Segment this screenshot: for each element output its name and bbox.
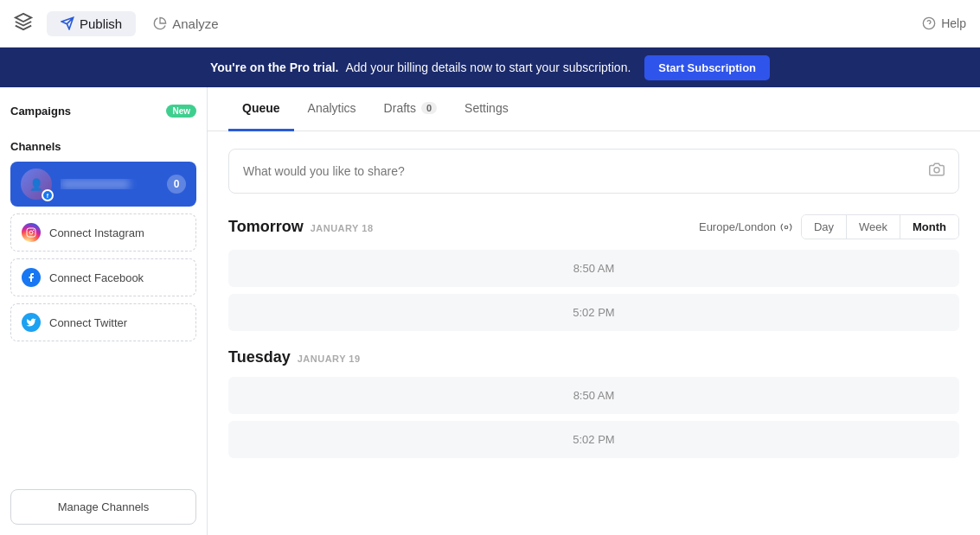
tab-drafts[interactable]: Drafts 0 (370, 87, 451, 131)
start-subscription-button[interactable]: Start Subscription (644, 55, 770, 80)
view-month-button[interactable]: Month (900, 215, 958, 239)
svg-point-3 (29, 231, 33, 234)
schedule-container: Tomorrow JANUARY 18 Europe/London Day We… (228, 214, 959, 458)
tab-drafts-label: Drafts (384, 101, 416, 115)
channel-avatar: 👤 f (21, 169, 52, 200)
connect-facebook-label: Connect Facebook (49, 271, 144, 284)
tab-queue[interactable]: Queue (228, 87, 294, 131)
slot-time: 5:02 PM (573, 306, 614, 319)
channels-section: Channels (10, 140, 196, 153)
campaigns-label: Campaigns (10, 105, 71, 118)
campaigns-section: Campaigns New (10, 105, 196, 118)
channel-name (61, 179, 158, 189)
connect-twitter-label: Connect Twitter (49, 316, 127, 329)
tab-settings[interactable]: Settings (451, 87, 522, 131)
main-layout: Campaigns New Channels 👤 f 0 (0, 87, 980, 535)
queue-content: Tomorrow JANUARY 18 Europe/London Day We… (208, 131, 980, 535)
time-slot: 8:50 AM (228, 377, 959, 414)
channel-name-blurred (61, 179, 130, 189)
publish-nav-item[interactable]: Publish (47, 11, 136, 36)
publish-nav-label: Publish (80, 16, 122, 31)
day-controls: Europe/London Day Week Month (699, 214, 959, 239)
slot-time: 8:50 AM (573, 389, 615, 402)
campaigns-new-badge: New (166, 105, 196, 118)
day-date: JANUARY 18 (311, 223, 374, 233)
svg-point-5 (934, 168, 939, 173)
day-name: Tuesday (228, 348, 291, 366)
tab-queue-label: Queue (242, 101, 280, 115)
twitter-icon (22, 313, 41, 332)
day-title: Tomorrow JANUARY 18 (228, 218, 374, 236)
banner-text: You're on the Pro trial. Add your billin… (210, 61, 631, 74)
sidebar: Campaigns New Channels 👤 f 0 (0, 87, 208, 535)
time-slot: 8:50 AM (228, 250, 959, 287)
app-logo (14, 12, 33, 35)
analyze-nav-label: Analyze (172, 16, 218, 31)
view-toggle: Day Week Month (801, 214, 959, 239)
compose-input[interactable] (243, 164, 929, 178)
top-nav: Publish Analyze Help (0, 0, 980, 48)
svg-point-6 (785, 226, 788, 229)
channel-platform-badge: f (42, 189, 54, 201)
day-date: JANUARY 19 (298, 353, 361, 364)
day-header: Tuesday JANUARY 19 (228, 348, 959, 366)
svg-point-4 (33, 230, 35, 232)
sidebar-spacer (10, 348, 196, 489)
facebook-icon (22, 268, 41, 287)
pro-trial-banner: You're on the Pro trial. Add your billin… (0, 48, 980, 87)
svg-marker-0 (16, 14, 31, 22)
connect-instagram-label: Connect Instagram (49, 226, 144, 239)
connect-twitter-button[interactable]: Connect Twitter (10, 303, 196, 341)
camera-icon[interactable] (929, 162, 945, 181)
day-title: Tuesday JANUARY 19 (228, 348, 361, 366)
manage-channels-label: Manage Channels (58, 500, 150, 513)
channel-post-count: 0 (167, 175, 186, 194)
connect-instagram-button[interactable]: Connect Instagram (10, 213, 196, 252)
analyze-nav-item[interactable]: Analyze (139, 11, 232, 36)
day-section: Tomorrow JANUARY 18 Europe/London Day We… (228, 214, 959, 331)
timezone-selector[interactable]: Europe/London (699, 220, 792, 233)
day-section: Tuesday JANUARY 19 8:50 AM 5:02 PM (228, 348, 959, 458)
help-nav-label: Help (941, 16, 966, 30)
view-week-button[interactable]: Week (846, 215, 900, 239)
manage-channels-button[interactable]: Manage Channels (10, 489, 196, 525)
connect-facebook-button[interactable]: Connect Facebook (10, 258, 196, 296)
compose-box[interactable] (228, 149, 959, 194)
svg-rect-2 (27, 228, 35, 237)
day-header: Tomorrow JANUARY 18 Europe/London Day We… (228, 214, 959, 239)
main-content: Queue Analytics Drafts 0 Settings (208, 87, 980, 535)
instagram-icon (22, 223, 41, 242)
slot-time: 8:50 AM (573, 262, 615, 275)
content-tabs: Queue Analytics Drafts 0 Settings (208, 87, 980, 131)
time-slot: 5:02 PM (228, 294, 959, 331)
tab-analytics-label: Analytics (308, 101, 356, 115)
drafts-count-badge: 0 (421, 102, 437, 114)
view-day-button[interactable]: Day (802, 215, 846, 239)
timezone-label: Europe/London (699, 220, 776, 233)
tab-settings-label: Settings (464, 101, 509, 115)
help-nav-item[interactable]: Help (922, 16, 966, 30)
slot-time: 5:02 PM (573, 433, 614, 446)
day-name: Tomorrow (228, 218, 304, 236)
tab-analytics[interactable]: Analytics (294, 87, 370, 131)
channels-label: Channels (10, 140, 61, 153)
time-slot: 5:02 PM (228, 421, 959, 458)
active-channel-item[interactable]: 👤 f 0 (10, 162, 196, 207)
